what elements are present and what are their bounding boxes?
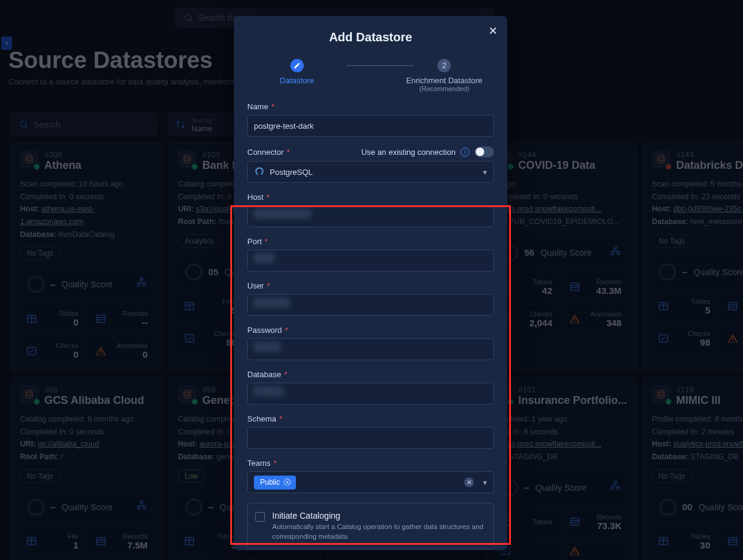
schema-label: Schema (247, 414, 276, 423)
initiate-cataloging-title: Initiate Cataloging (272, 511, 486, 521)
teams-label: Teams (247, 459, 270, 468)
use-existing-toggle[interactable] (474, 146, 494, 157)
database-label: Database (247, 370, 281, 379)
modal-title: Add Datastore (247, 30, 494, 44)
step-2-sublabel: (Recommended) (419, 85, 469, 92)
wizard-stepper: Datastore 2 Enrichment Datastore (Recomm… (247, 59, 494, 92)
chip-label: Public (260, 478, 280, 487)
name-input[interactable] (247, 115, 494, 137)
initiate-cataloging-desc: Automatically start a Catalog operation … (272, 522, 486, 541)
use-existing-label: Use an existing connection (361, 148, 456, 157)
step-2-label: Enrichment Datastore (406, 76, 482, 85)
add-datastore-modal: ✕ Add Datastore Datastore 2 Enrichment D… (234, 16, 507, 550)
port-input[interactable] (247, 250, 494, 271)
schema-input[interactable] (247, 427, 494, 449)
info-icon[interactable]: i (461, 148, 470, 157)
connector-select[interactable]: PostgreSQL ▾ (247, 161, 494, 183)
database-input[interactable] (247, 383, 494, 405)
connector-value: PostgreSQL (270, 168, 313, 177)
password-label: Password (247, 326, 282, 335)
clear-all-button[interactable]: ✕ (464, 477, 474, 487)
team-chip-public[interactable]: Public ⓧ (254, 476, 296, 490)
user-label: User (247, 281, 264, 290)
pencil-icon (293, 62, 301, 69)
step-1-label: Datastore (280, 76, 314, 85)
name-label: Name (247, 102, 269, 111)
password-input[interactable] (247, 338, 494, 360)
host-label: Host (247, 193, 264, 202)
chip-remove-icon[interactable]: ⓧ (284, 477, 291, 488)
teams-select[interactable]: Public ⓧ ✕ ▾ (247, 471, 494, 493)
step-1-indicator (290, 59, 304, 72)
step-2-indicator: 2 (437, 59, 451, 72)
connector-label: Connector (247, 148, 284, 157)
chevron-down-icon: ▾ (483, 478, 487, 487)
port-label: Port (247, 237, 262, 246)
initiate-cataloging-checkbox[interactable] (255, 512, 265, 522)
chevron-down-icon: ▾ (483, 168, 487, 177)
initiate-cataloging-option[interactable]: Initiate Cataloging Automatically start … (247, 503, 494, 549)
close-button[interactable]: ✕ (488, 24, 498, 38)
postgresql-icon (254, 166, 265, 177)
